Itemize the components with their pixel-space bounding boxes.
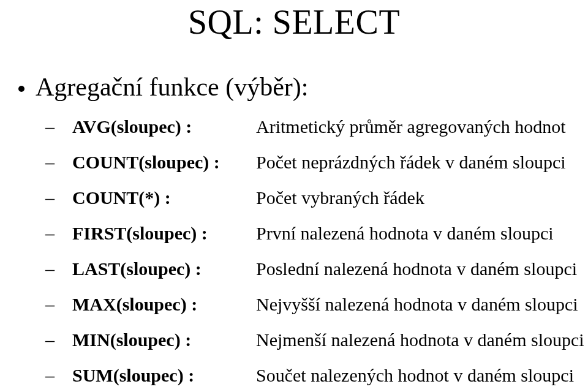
- function-name: MAX(sloupec) :: [72, 294, 256, 315]
- list-item: – MAX(sloupec) : Nejvyšší nalezená hodno…: [45, 294, 584, 315]
- list-item: – COUNT(*) : Počet vybraných řádek: [45, 187, 584, 208]
- function-desc: Počet vybraných řádek: [256, 187, 424, 208]
- bullet-icon: [18, 86, 24, 92]
- function-desc: Počet neprázdných řádek v daném sloupci: [256, 152, 566, 173]
- dash-icon: –: [45, 223, 72, 244]
- dash-icon: –: [45, 116, 72, 137]
- function-name: FIRST(sloupec) :: [72, 223, 256, 244]
- dash-icon: –: [45, 294, 72, 315]
- list-item: – LAST(sloupec) : Poslední nalezená hodn…: [45, 258, 584, 279]
- function-name: SUM(sloupec) :: [72, 365, 256, 386]
- page-title: SQL: SELECT: [0, 2, 588, 42]
- dash-icon: –: [45, 187, 72, 208]
- list-item: – AVG(sloupec) : Aritmetický průměr agre…: [45, 116, 584, 137]
- dash-icon: –: [45, 365, 72, 386]
- function-name: LAST(sloupec) :: [72, 258, 256, 279]
- function-list: – AVG(sloupec) : Aritmetický průměr agre…: [45, 116, 584, 392]
- function-desc: První nalezená hodnota v daném sloupci: [256, 223, 554, 244]
- function-name: COUNT(*) :: [72, 187, 256, 208]
- function-desc: Aritmetický průměr agregovaných hodnot: [256, 116, 566, 137]
- function-desc: Součet nalezených hodnot v daném sloupci: [256, 365, 574, 386]
- list-item: – FIRST(sloupec) : První nalezená hodnot…: [45, 223, 584, 244]
- function-name: MIN(sloupec) :: [72, 330, 256, 350]
- function-desc: Poslední nalezená hodnota v daném sloupc…: [256, 258, 577, 279]
- list-item: – COUNT(sloupec) : Počet neprázdných řád…: [45, 152, 584, 173]
- dash-icon: –: [45, 258, 72, 279]
- function-name: COUNT(sloupec) :: [72, 152, 256, 173]
- function-desc: Nejmenší nalezená hodnota v daném sloupc…: [256, 330, 584, 350]
- list-item: – SUM(sloupec) : Součet nalezených hodno…: [45, 365, 584, 386]
- function-desc: Nejvyšší nalezená hodnota v daném sloupc…: [256, 294, 578, 315]
- dash-icon: –: [45, 330, 72, 350]
- section-label: Agregační funkce (výběr):: [36, 72, 308, 102]
- list-item: – MIN(sloupec) : Nejmenší nalezená hodno…: [45, 330, 584, 350]
- dash-icon: –: [45, 152, 72, 173]
- section-row: Agregační funkce (výběr):: [18, 72, 308, 102]
- slide: SQL: SELECT Agregační funkce (výběr): – …: [0, 0, 588, 392]
- function-name: AVG(sloupec) :: [72, 116, 256, 137]
